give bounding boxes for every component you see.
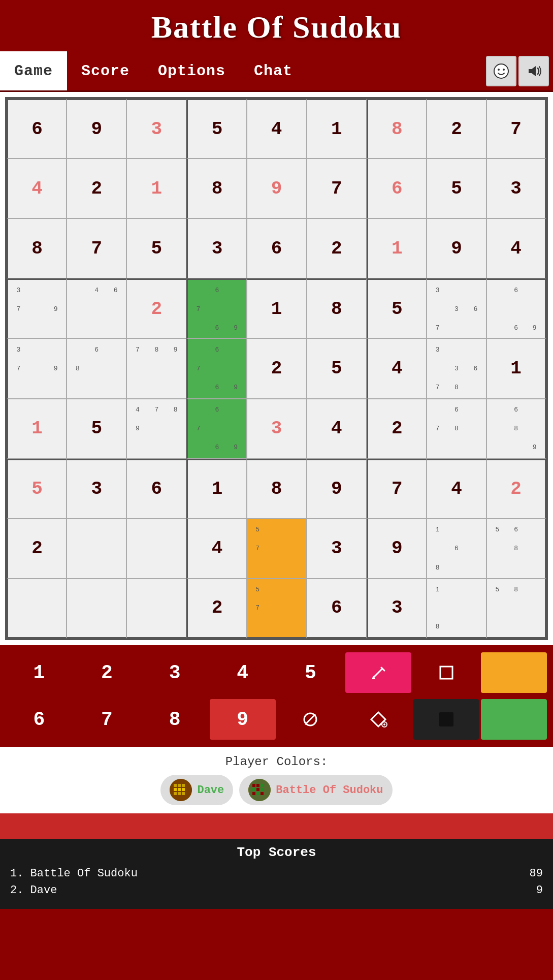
cell-6-5[interactable]: 9 <box>307 459 367 519</box>
cell-5-1[interactable]: 5 <box>67 399 126 459</box>
cell-1-3[interactable]: 8 <box>186 159 246 218</box>
cell-4-8[interactable]: 1 <box>486 338 546 398</box>
cell-3-5[interactable]: 8 <box>307 278 367 338</box>
cell-7-2[interactable] <box>126 519 186 579</box>
cell-2-0[interactable]: 8 <box>7 218 67 278</box>
cell-7-6[interactable]: 9 <box>367 519 427 579</box>
cell-8-3[interactable]: 2 <box>186 579 246 639</box>
cell-1-8[interactable]: 3 <box>486 159 546 218</box>
ctrl-btn-ctrl-row-1-3[interactable]: 4 <box>210 652 276 693</box>
cell-0-4[interactable]: 4 <box>247 99 307 159</box>
cell-5-5[interactable]: 4 <box>307 399 367 459</box>
cell-2-5[interactable]: 2 <box>307 218 367 278</box>
cell-6-6[interactable]: 7 <box>367 459 427 519</box>
cell-5-2[interactable]: 4789 <box>126 399 186 459</box>
cell-2-3[interactable]: 3 <box>186 218 246 278</box>
cell-0-0[interactable]: 6 <box>7 99 67 159</box>
cell-0-2[interactable]: 3 <box>126 99 186 159</box>
cell-0-5[interactable]: 1 <box>307 99 367 159</box>
cell-3-6[interactable]: 5 <box>367 278 427 338</box>
ctrl-btn-ctrl-row-1-7[interactable] <box>481 652 547 693</box>
cell-4-2[interactable]: 789 <box>126 338 186 398</box>
cell-0-8[interactable]: 7 <box>486 99 546 159</box>
cell-7-5[interactable]: 3 <box>307 519 367 579</box>
ctrl-btn-ctrl-row-2-7[interactable] <box>481 699 547 740</box>
cell-3-4[interactable]: 1 <box>247 278 307 338</box>
cell-1-1[interactable]: 2 <box>67 159 126 218</box>
cell-2-6[interactable]: 1 <box>367 218 427 278</box>
cell-4-5[interactable]: 5 <box>307 338 367 398</box>
cell-3-1[interactable]: 46 <box>67 278 126 338</box>
ctrl-btn-ctrl-row-1-4[interactable]: 5 <box>278 652 344 693</box>
ctrl-btn-ctrl-row-2-4[interactable] <box>278 699 344 740</box>
ctrl-btn-ctrl-row-2-0[interactable]: 6 <box>6 699 72 740</box>
cell-8-1[interactable] <box>67 579 126 639</box>
cell-3-3[interactable]: 6769 <box>186 278 246 338</box>
cell-4-6[interactable]: 4 <box>367 338 427 398</box>
cell-1-4[interactable]: 9 <box>247 159 307 218</box>
cell-5-8[interactable]: 689 <box>486 399 546 459</box>
ctrl-btn-ctrl-row-1-2[interactable]: 3 <box>142 652 208 693</box>
cell-3-2[interactable]: 2 <box>126 278 186 338</box>
tab-score[interactable]: Score <box>67 51 144 90</box>
cell-2-4[interactable]: 6 <box>247 218 307 278</box>
cell-6-1[interactable]: 3 <box>67 459 126 519</box>
cell-7-7[interactable]: 168 <box>427 519 486 579</box>
cell-6-0[interactable]: 5 <box>7 459 67 519</box>
cell-2-2[interactable]: 5 <box>126 218 186 278</box>
cell-8-7[interactable]: 18 <box>427 579 486 639</box>
cell-1-5[interactable]: 7 <box>307 159 367 218</box>
tab-chat[interactable]: Chat <box>240 51 307 90</box>
ctrl-btn-ctrl-row-1-1[interactable]: 2 <box>74 652 140 693</box>
cell-5-6[interactable]: 2 <box>367 399 427 459</box>
cell-3-7[interactable]: 3367 <box>427 278 486 338</box>
ctrl-btn-ctrl-row-2-1[interactable]: 7 <box>74 699 140 740</box>
cell-6-4[interactable]: 8 <box>247 459 307 519</box>
sound-button[interactable] <box>518 56 549 86</box>
cell-4-7[interactable]: 33678 <box>427 338 486 398</box>
ctrl-btn-ctrl-row-1-5[interactable] <box>345 652 411 693</box>
ctrl-btn-ctrl-row-2-3[interactable]: 9 <box>210 699 276 740</box>
cell-7-8[interactable]: 568 <box>486 519 546 579</box>
cell-2-1[interactable]: 7 <box>67 218 126 278</box>
cell-8-0[interactable] <box>7 579 67 639</box>
cell-8-8[interactable]: 58 <box>486 579 546 639</box>
cell-6-3[interactable]: 1 <box>186 459 246 519</box>
ctrl-btn-ctrl-row-1-0[interactable]: 1 <box>6 652 72 693</box>
cell-5-0[interactable]: 1 <box>7 399 67 459</box>
ctrl-btn-ctrl-row-2-5[interactable] <box>345 699 411 740</box>
cell-4-1[interactable]: 68 <box>67 338 126 398</box>
cell-4-4[interactable]: 2 <box>247 338 307 398</box>
ctrl-btn-ctrl-row-1-6[interactable] <box>413 652 479 693</box>
cell-2-8[interactable]: 4 <box>486 218 546 278</box>
cell-7-4[interactable]: 57 <box>247 519 307 579</box>
cell-5-4[interactable]: 3 <box>247 399 307 459</box>
cell-7-0[interactable]: 2 <box>7 519 67 579</box>
cell-0-7[interactable]: 2 <box>427 99 486 159</box>
cell-8-2[interactable] <box>126 579 186 639</box>
cell-3-0[interactable]: 379 <box>7 278 67 338</box>
ctrl-btn-ctrl-row-2-2[interactable]: 8 <box>142 699 208 740</box>
cell-3-8[interactable]: 669 <box>486 278 546 338</box>
cell-5-3[interactable]: 6769 <box>186 399 246 459</box>
ctrl-btn-ctrl-row-2-6[interactable] <box>413 699 479 740</box>
cell-7-1[interactable] <box>67 519 126 579</box>
cell-1-7[interactable]: 5 <box>427 159 486 218</box>
cell-7-3[interactable]: 4 <box>186 519 246 579</box>
cell-8-6[interactable]: 3 <box>367 579 427 639</box>
cell-1-2[interactable]: 1 <box>126 159 186 218</box>
cell-1-6[interactable]: 6 <box>367 159 427 218</box>
cell-0-1[interactable]: 9 <box>67 99 126 159</box>
cell-4-3[interactable]: 6769 <box>186 338 246 398</box>
emoji-button[interactable] <box>486 56 516 86</box>
cell-0-3[interactable]: 5 <box>186 99 246 159</box>
cell-8-5[interactable]: 6 <box>307 579 367 639</box>
cell-6-2[interactable]: 6 <box>126 459 186 519</box>
cell-4-0[interactable]: 379 <box>7 338 67 398</box>
cell-0-6[interactable]: 8 <box>367 99 427 159</box>
tab-game[interactable]: Game <box>0 51 67 90</box>
cell-8-4[interactable]: 57 <box>247 579 307 639</box>
cell-1-0[interactable]: 4 <box>7 159 67 218</box>
cell-5-7[interactable]: 678 <box>427 399 486 459</box>
cell-6-8[interactable]: 2 <box>486 459 546 519</box>
